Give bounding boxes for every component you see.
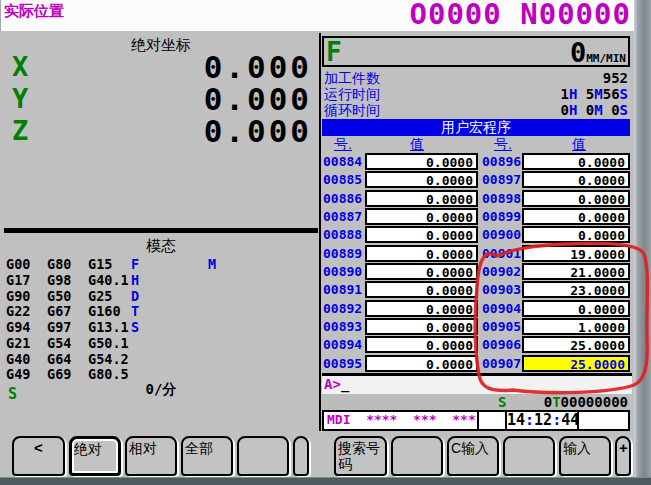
- macro-var-number: 00907: [482, 357, 524, 371]
- table-row: 00891 0.0000 00903 23.0000: [322, 281, 630, 299]
- cycle-time-row: 循环时间 0H 0M 0S: [322, 102, 630, 118]
- gcode-value: G80.5: [88, 367, 133, 382]
- feedrate-box: F 0 MM/MIN: [322, 36, 630, 67]
- softkeys-right: 搜索号码 C输入 输入 +: [322, 436, 632, 478]
- modal-letter-m: M: [208, 257, 238, 272]
- macro-var-number: 00899: [482, 210, 524, 224]
- gcode-value: G49: [6, 367, 47, 382]
- macro-var-value[interactable]: 0.0000: [365, 190, 478, 207]
- macro-var-value[interactable]: 1.0000: [522, 318, 630, 335]
- page-title: 实际位置: [4, 2, 64, 21]
- macro-var-number: 00885: [323, 173, 365, 187]
- softkey-button[interactable]: 搜索号码: [334, 436, 387, 476]
- gcode-value: G98: [47, 273, 88, 288]
- macro-var-number: 00904: [482, 302, 524, 316]
- softkeys-left: < 绝对 相对 全部: [0, 436, 320, 478]
- softkey-button[interactable]: <: [12, 436, 65, 476]
- gcode-value: G22: [6, 304, 47, 319]
- macro-var-value[interactable]: 0.0000: [365, 263, 478, 280]
- macro-var-value[interactable]: 0.0000: [522, 190, 630, 207]
- gcode-row: G40 G64 G54.2: [4, 352, 318, 368]
- softkey-button[interactable]: [293, 436, 309, 476]
- macro-var-number: 00884: [323, 155, 365, 169]
- table-row: 00892 0.0000 00904 0.0000: [322, 300, 630, 318]
- macro-var-number: 00906: [482, 338, 524, 352]
- macro-var-value[interactable]: 0.0000: [365, 318, 478, 335]
- feed-label: F: [326, 39, 342, 65]
- macro-var-value[interactable]: 19.0000: [522, 245, 630, 262]
- spindle-rate-line: 0/分 S: [4, 381, 318, 397]
- command-prompt[interactable]: A>_: [322, 373, 632, 394]
- macro-var-value[interactable]: 0.0000: [522, 226, 630, 243]
- table-row: 00885 0.0000 00897 0.0000: [322, 171, 630, 189]
- table-row: 00886 0.0000 00898 0.0000: [322, 190, 630, 208]
- gcode-value: G64: [47, 352, 88, 367]
- gcode-value: G54: [47, 336, 88, 351]
- macro-var-number: 00903: [482, 283, 524, 297]
- axis-row: Z 0.000: [4, 115, 318, 147]
- mode-indicator: MDI **** *** ***: [324, 412, 479, 429]
- macro-var-value[interactable]: 0.0000: [365, 336, 478, 353]
- spindle-rate: 0/分: [4, 381, 318, 399]
- gcode-row: G94 G97 G13.1 S: [4, 320, 318, 336]
- macro-var-value[interactable]: 23.0000: [522, 281, 630, 298]
- macro-var-value[interactable]: 25.0000: [522, 355, 630, 372]
- gcode-value: G40.1: [88, 273, 133, 288]
- macro-var-value[interactable]: 0.0000: [365, 208, 478, 225]
- panel-divider: [319, 33, 321, 431]
- macro-var-value[interactable]: 0.0000: [522, 171, 630, 188]
- title-bar: 实际位置 O0000 N00000: [0, 0, 635, 31]
- column-header-val: 值: [410, 136, 424, 154]
- softkey-button[interactable]: 输入: [559, 436, 611, 476]
- softkey-button[interactable]: [503, 436, 555, 476]
- macro-var-value[interactable]: 0.0000: [522, 300, 630, 317]
- softkey-button[interactable]: [237, 436, 289, 476]
- gcode-value: G50.1: [88, 336, 133, 351]
- macro-var-value[interactable]: 0.0000: [365, 226, 478, 243]
- absolute-coords-panel: 绝对坐标 X 0.000 Y 0.000 Z 0.000: [4, 33, 318, 233]
- softkey-button[interactable]: C输入: [447, 436, 499, 476]
- softkey-button[interactable]: 相对: [125, 436, 177, 476]
- macro-var-value[interactable]: 0.0000: [522, 153, 630, 170]
- modal-letter: D: [131, 289, 201, 304]
- macro-var-value[interactable]: 0.0000: [522, 208, 630, 225]
- macro-var-value[interactable]: 0.0000: [365, 245, 478, 262]
- macro-var-value[interactable]: 0.0000: [365, 171, 478, 188]
- macro-var-number: 00888: [323, 228, 365, 242]
- column-header-val: 值: [572, 136, 586, 154]
- gcode-value: G00: [6, 257, 47, 272]
- macro-var-value[interactable]: 25.0000: [522, 336, 630, 353]
- gcode-value: G90: [6, 289, 47, 304]
- gcode-row: G22 G67 G160 T: [4, 304, 318, 320]
- macro-var-number: 00892: [323, 302, 365, 316]
- table-row: 00889 0.0000 00901 19.0000: [322, 245, 630, 263]
- axis-label: Y: [12, 83, 28, 114]
- modal-letter: T: [131, 304, 201, 319]
- macro-var-number: 00890: [323, 265, 365, 279]
- modal-letter: H: [131, 273, 201, 288]
- modal-gcode-panel: 模态 G00 G80 G15 F M G17 G98 G40.1 H: [4, 236, 318, 378]
- macro-var-value[interactable]: 0.0000: [365, 281, 478, 298]
- text-cursor: _: [341, 376, 349, 392]
- column-header-no: 号.: [334, 136, 352, 154]
- parts-count-value: 952: [603, 70, 628, 86]
- axis-value: 0.000: [204, 113, 312, 149]
- macro-var-value[interactable]: 0.0000: [365, 153, 478, 170]
- softkey-button[interactable]: [391, 436, 443, 476]
- macro-var-value[interactable]: 0.0000: [365, 300, 478, 317]
- softkey-button[interactable]: 全部: [181, 436, 233, 476]
- gcode-value: G94: [6, 320, 47, 335]
- macro-var-value[interactable]: 21.0000: [522, 263, 630, 280]
- gcode-row: G17 G98 G40.1 H: [4, 273, 318, 289]
- gcode-value: G25: [88, 289, 133, 304]
- macro-table: 00884 0.0000 00896 0.0000 00885 0.0000 0…: [322, 153, 630, 373]
- gcode-value: G21: [6, 336, 47, 351]
- softkey-button[interactable]: 绝对: [69, 436, 121, 476]
- spindle-tool-status: S 0T00000000: [322, 394, 630, 411]
- table-row: 00895 0.0000 00907 25.0000: [322, 355, 630, 373]
- macro-var-value[interactable]: 0.0000: [365, 355, 478, 372]
- gcode-value: G97: [47, 320, 88, 335]
- softkey-button[interactable]: +: [615, 436, 631, 476]
- gcode-value: G13.1: [88, 320, 133, 335]
- macro-var-number: 00891: [323, 283, 365, 297]
